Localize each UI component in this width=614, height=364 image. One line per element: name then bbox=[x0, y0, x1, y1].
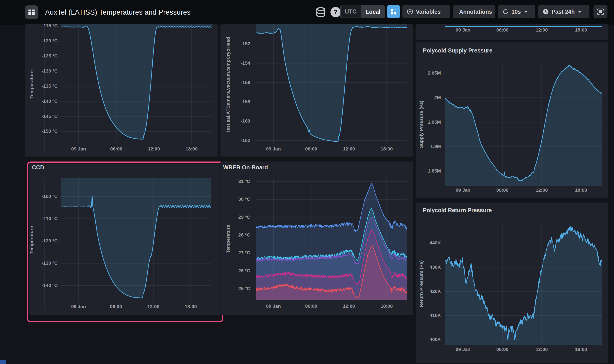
y-tick-label: -160 bbox=[214, 118, 250, 124]
time-range-label: Past 24h bbox=[552, 9, 575, 15]
y-axis-label: Temperature bbox=[226, 225, 231, 253]
browser-corner-accent bbox=[0, 360, 6, 364]
y-axis-line bbox=[428, 63, 428, 195]
ccd-chart[interactable] bbox=[61, 178, 211, 302]
y-tick-label: 30 °C bbox=[214, 196, 250, 202]
ret-chart[interactable] bbox=[445, 222, 602, 345]
refresh-icon bbox=[502, 9, 509, 15]
x-tick-label: 12:00 bbox=[331, 146, 367, 152]
time-range-button[interactable]: Past 24h bbox=[538, 5, 589, 18]
x-tick-label: 06:00 bbox=[484, 187, 521, 193]
y-tick-label: 31 °C bbox=[214, 179, 250, 184]
clock-icon bbox=[543, 9, 549, 15]
cube-icon bbox=[407, 9, 413, 15]
y-tick-label: 29 °C bbox=[214, 214, 250, 220]
y-tick-label: 1.9M bbox=[405, 144, 441, 149]
x-tick-label: 06:00 bbox=[293, 303, 329, 309]
y-tick-label: -150 °C bbox=[22, 128, 58, 134]
x-tick-label: 18:00 bbox=[563, 187, 599, 193]
refresh-interval-button[interactable]: 10s bbox=[498, 5, 535, 18]
dashboard-title: AuxTel (LATISS) Temperatures and Pressur… bbox=[45, 0, 191, 25]
timezone-local-button[interactable]: Local bbox=[361, 5, 385, 18]
y-tick-label: -145 °C bbox=[22, 114, 58, 119]
x-tick-label: 06:00 bbox=[98, 304, 134, 309]
x-tick-label: 06:00 bbox=[484, 27, 521, 33]
y-tick-label: 1.95M bbox=[405, 119, 441, 125]
y-tick-label: -125 °C bbox=[22, 53, 58, 59]
x-tick-label: 09 Jan bbox=[445, 27, 481, 33]
top-navbar: AuxTel (LATISS) Temperatures and Pressur… bbox=[0, 0, 614, 25]
panel-title[interactable]: Polycold Return Pressure bbox=[423, 207, 492, 214]
x-tick-label: 12:00 bbox=[136, 146, 172, 152]
x-tick-label: 09 Jan bbox=[60, 304, 96, 309]
x-tick-label: 09 Jan bbox=[255, 146, 292, 152]
x-tick-label: 18:00 bbox=[173, 304, 209, 309]
panel-polycold-supply-pressure: Polycold Supply Pressure Supply Pressure… bbox=[416, 42, 608, 198]
add-panel-icon bbox=[390, 8, 397, 15]
x-tick-label: 12:00 bbox=[135, 304, 171, 309]
panel-ccd: CCD Temperature -100 °C-110 °C-120 °C-13… bbox=[29, 164, 220, 315]
annotations-button[interactable]: Annotations bbox=[453, 5, 495, 18]
add-panel-button[interactable] bbox=[387, 5, 400, 18]
y-tick-label: 26 °C bbox=[214, 268, 250, 273]
x-tick-label: 18:00 bbox=[563, 347, 599, 352]
x-tick-label: 09 Jan bbox=[445, 347, 481, 352]
y-tick-label: 28 °C bbox=[214, 232, 250, 238]
y-tick-label: -120 °C bbox=[22, 238, 58, 244]
x-tick-label: 06:00 bbox=[484, 347, 521, 352]
database-icon[interactable] bbox=[315, 7, 326, 18]
panel-wreb-on-board: WREB On-Board Temperature 31 °C30 °C29 °… bbox=[220, 161, 413, 315]
y-tick-label: -100 °C bbox=[22, 194, 58, 199]
b-chart[interactable] bbox=[256, 24, 407, 144]
refresh-interval-label: 10s bbox=[511, 9, 521, 15]
dashboard-root: AuxTel (LATISS) Temperatures and Pressur… bbox=[0, 0, 614, 364]
y-tick-label: -130 °C bbox=[22, 68, 58, 74]
supply-chart[interactable] bbox=[445, 63, 602, 186]
help-icon[interactable]: ? bbox=[331, 7, 341, 17]
y-tick-label: -158 bbox=[214, 99, 250, 104]
y-tick-label: 27 °C bbox=[214, 250, 250, 255]
x-tick-label: 09 Jan bbox=[61, 146, 97, 152]
panel-title[interactable]: CCD bbox=[32, 164, 44, 171]
panel-top-right-cut: 09 Jan06:0012:0018:00 bbox=[416, 24, 608, 40]
kiosk-icon bbox=[597, 8, 604, 15]
y-tick-label: -135 °C bbox=[22, 83, 58, 89]
x-tick-label: 18:00 bbox=[369, 146, 405, 152]
apps-grid-icon bbox=[28, 9, 35, 15]
variables-label: Variables bbox=[416, 9, 441, 15]
x-tick-label: 18:00 bbox=[563, 27, 599, 33]
x-tick-label: 12:00 bbox=[524, 347, 560, 352]
y-tick-label: -156 bbox=[214, 80, 250, 85]
a-chart[interactable] bbox=[61, 24, 212, 144]
wreb-chart[interactable] bbox=[256, 178, 407, 300]
timezone-utc-button[interactable]: UTC bbox=[340, 5, 361, 18]
y-tick-label: 400K bbox=[405, 337, 441, 342]
y-axis-line bbox=[44, 24, 45, 153]
panel-title[interactable]: Polycold Supply Pressure bbox=[423, 47, 492, 54]
y-tick-label: -140 °C bbox=[22, 283, 58, 288]
y-tick-label: -130 °C bbox=[22, 260, 58, 266]
apps-grid-button[interactable] bbox=[25, 5, 38, 19]
variables-button[interactable]: Variables bbox=[402, 5, 450, 18]
x-tick-label: 09 Jan bbox=[445, 187, 481, 193]
y-tick-label: 2.05M bbox=[405, 70, 441, 76]
y-tick-label: -115 °C bbox=[22, 23, 58, 28]
caret-down-icon bbox=[578, 11, 582, 13]
y-tick-label: 25 °C bbox=[214, 286, 250, 291]
kiosk-mode-button[interactable] bbox=[593, 5, 607, 18]
x-tick-label: 06:00 bbox=[98, 146, 134, 152]
x-tick-label: 12:00 bbox=[524, 187, 560, 193]
y-tick-label: -140 °C bbox=[22, 98, 58, 104]
panel-tempcryohead-cut: lsst.sal.ATCamera.vacuum.tempCryoHead -1… bbox=[220, 24, 413, 156]
timezone-toggle: UTC Local bbox=[340, 5, 385, 18]
x-tick-label: 18:00 bbox=[369, 303, 405, 309]
panel-title[interactable]: WREB On-Board bbox=[223, 164, 268, 171]
y-tick-label: 2M bbox=[405, 95, 441, 100]
panel-polycold-return-pressure: Polycold Return Pressure Return Pressure… bbox=[416, 203, 608, 363]
x-tick-label: 09 Jan bbox=[255, 303, 292, 309]
y-tick-label: -152 bbox=[214, 41, 250, 46]
y-tick-label: -120 °C bbox=[22, 38, 58, 43]
y-tick-label: -154 bbox=[214, 60, 250, 66]
panel-temperature-cut: Temperature -115 °C-120 °C-125 °C-130 °C… bbox=[25, 24, 218, 156]
x-tick-label: 12:00 bbox=[331, 303, 367, 309]
